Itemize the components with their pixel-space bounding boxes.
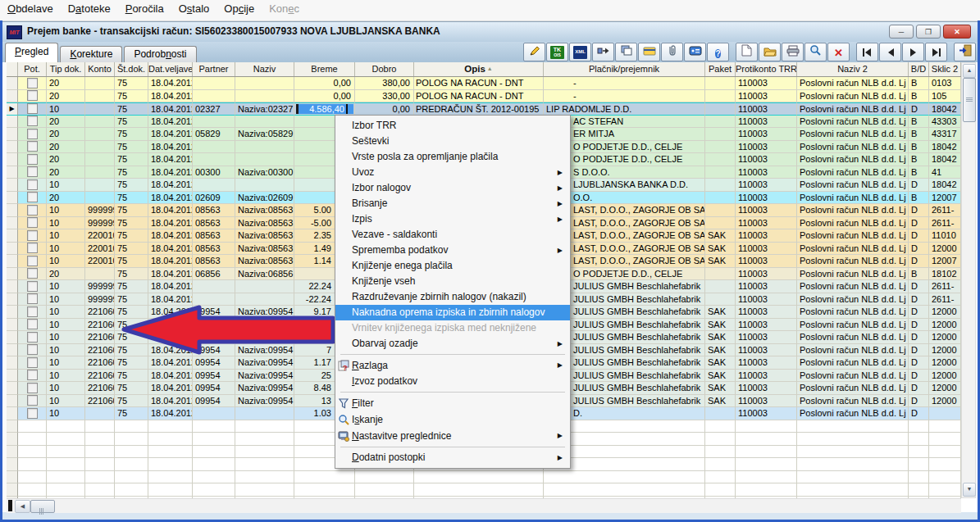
cell-bd[interactable]: D bbox=[909, 204, 929, 217]
cell-paket[interactable] bbox=[705, 102, 736, 116]
cell-opis[interactable]: POLOG NA RACUN - DNT bbox=[414, 90, 544, 103]
cell-partner[interactable]: 09954 bbox=[193, 370, 235, 383]
cell-naziv2[interactable]: Poslovni račun NLB d.d. Lj bbox=[797, 116, 909, 129]
table-row[interactable]: 207518.04.20120,00380,00POLOG NA RACUN -… bbox=[7, 77, 961, 90]
menu-datoteke[interactable]: Datoteke bbox=[61, 0, 118, 15]
row-checkbox[interactable] bbox=[27, 395, 38, 406]
scroll-up-icon[interactable]: ▲ bbox=[963, 64, 976, 78]
cell-pot[interactable] bbox=[18, 319, 47, 332]
cell-tip[interactable]: 20 bbox=[47, 166, 85, 179]
cell-partner[interactable]: 02327 bbox=[193, 102, 235, 116]
transfer-button[interactable] bbox=[592, 43, 614, 61]
cell-bd[interactable]: D bbox=[909, 243, 929, 256]
menu-item-knji-enje-enega-pla-ila[interactable]: Knjiženje enega plačila bbox=[335, 258, 570, 274]
cell-proti[interactable]: 110003 bbox=[736, 280, 797, 293]
cell-paket[interactable] bbox=[705, 77, 736, 90]
cell-proti[interactable]: 110003 bbox=[736, 166, 797, 179]
cell-tip[interactable]: 10 bbox=[47, 293, 85, 306]
cell-stdok[interactable]: 75 bbox=[115, 166, 148, 179]
cell-tip[interactable]: 10 bbox=[47, 255, 85, 268]
cell-konto[interactable] bbox=[85, 179, 115, 192]
cell-bd[interactable]: D bbox=[909, 344, 929, 357]
cell-partner[interactable] bbox=[193, 280, 235, 293]
cell-pot[interactable] bbox=[18, 382, 47, 395]
cell-stdok[interactable]: 75 bbox=[115, 102, 148, 116]
column-header-tip[interactable]: Tip dok. bbox=[47, 62, 85, 76]
cell-konto[interactable]: 220010 bbox=[85, 229, 115, 243]
cell-date[interactable]: 18.04.2012 bbox=[148, 370, 193, 383]
cell-tip[interactable]: 10 bbox=[47, 280, 85, 293]
cell-konto[interactable] bbox=[85, 407, 115, 420]
cell-naziv[interactable] bbox=[235, 77, 294, 90]
cell-bd[interactable]: B bbox=[909, 166, 929, 179]
column-header-placnik[interactable]: Plačnik/prejemnik bbox=[544, 62, 705, 76]
cell-paket[interactable] bbox=[705, 268, 736, 281]
cell-naziv2[interactable]: Poslovni račun NLB d.d. Lj bbox=[797, 280, 909, 293]
row-checkbox[interactable] bbox=[27, 192, 38, 202]
cell-date[interactable]: 18.04.2012 bbox=[148, 204, 193, 217]
cell-gutter[interactable] bbox=[7, 370, 18, 383]
menu-opcije[interactable]: Opcije bbox=[217, 0, 262, 15]
row-checkbox[interactable] bbox=[27, 78, 38, 89]
row-checkbox[interactable] bbox=[27, 205, 38, 216]
cell-paket[interactable] bbox=[705, 128, 736, 141]
cell-konto[interactable] bbox=[85, 128, 115, 141]
scroll-down-icon[interactable]: ▼ bbox=[963, 483, 976, 497]
attachment-button[interactable] bbox=[661, 43, 683, 61]
cell-date[interactable]: 18.04.2012 bbox=[148, 153, 193, 166]
cell-paket[interactable] bbox=[705, 407, 736, 420]
cell-gutter[interactable] bbox=[7, 268, 18, 281]
column-header-pot[interactable]: Pot. bbox=[18, 62, 47, 76]
cell-partner[interactable]: 08563 bbox=[193, 243, 235, 256]
cell-naziv2[interactable]: Poslovni račun NLB d.d. Lj bbox=[797, 90, 909, 103]
cell-bd[interactable]: B bbox=[909, 77, 929, 90]
cell-paket[interactable] bbox=[705, 280, 736, 293]
cell-pot[interactable] bbox=[18, 204, 47, 217]
cell-naziv2[interactable]: Poslovni račun NLB d.d. Lj bbox=[797, 370, 909, 383]
cell-konto[interactable]: 220010 bbox=[85, 255, 115, 268]
row-checkbox[interactable] bbox=[27, 243, 38, 253]
cell-tip[interactable]: 10 bbox=[47, 319, 85, 332]
cell-paket[interactable] bbox=[705, 153, 736, 166]
row-checkbox[interactable] bbox=[27, 154, 38, 165]
cell-date[interactable]: 18.04.2012 bbox=[148, 407, 193, 420]
cell-konto[interactable]: 221060 bbox=[85, 331, 115, 344]
cell-pot[interactable] bbox=[18, 90, 47, 103]
cell-partner[interactable] bbox=[193, 153, 235, 166]
menu-item-izpis[interactable]: Izpis▶ bbox=[335, 211, 570, 227]
column-header-gutter[interactable] bbox=[7, 62, 18, 76]
cell-gutter[interactable] bbox=[7, 293, 18, 306]
cell-paket[interactable]: SAK bbox=[705, 370, 736, 383]
cell-gutter[interactable] bbox=[7, 166, 18, 179]
nav-prev-button[interactable] bbox=[879, 43, 901, 61]
cell-pot[interactable] bbox=[18, 116, 47, 129]
cell-proti[interactable]: 110003 bbox=[736, 344, 797, 357]
cell-konto[interactable]: 999999 bbox=[85, 204, 115, 217]
cell-naziv[interactable]: Naziva:05829 bbox=[235, 128, 294, 141]
payment-card-button[interactable] bbox=[638, 43, 660, 61]
cell-paket[interactable] bbox=[705, 141, 736, 154]
cell-bd[interactable]: D bbox=[909, 255, 929, 268]
nav-first-button[interactable] bbox=[856, 43, 878, 61]
exit-button[interactable] bbox=[954, 43, 976, 61]
cell-bd[interactable]: B bbox=[909, 128, 929, 141]
cell-gutter[interactable] bbox=[7, 395, 18, 408]
cell-sklic[interactable]: 43303 bbox=[929, 116, 961, 129]
cell-partner[interactable]: 08563 bbox=[193, 229, 235, 243]
cell-sklic[interactable]: 2611- bbox=[929, 217, 961, 230]
row-checkbox[interactable] bbox=[27, 281, 38, 292]
cell-partner[interactable] bbox=[193, 116, 235, 129]
cell-sklic[interactable]: 12000 bbox=[929, 395, 961, 408]
cell-paket[interactable] bbox=[705, 179, 736, 192]
cell-paket[interactable]: SAK bbox=[705, 331, 736, 344]
cell-paket[interactable] bbox=[705, 293, 736, 306]
row-checkbox[interactable] bbox=[27, 179, 38, 190]
cell-konto[interactable]: 221060 bbox=[85, 382, 115, 395]
cell-naziv2[interactable]: Poslovni račun NLB d.d. Lj bbox=[797, 179, 909, 192]
cell-pot[interactable] bbox=[18, 192, 47, 205]
column-header-bd[interactable]: B/D bbox=[909, 62, 929, 76]
cell-tip[interactable]: 20 bbox=[47, 77, 85, 90]
cell-pot[interactable] bbox=[18, 356, 47, 370]
cell-partner[interactable] bbox=[193, 90, 235, 103]
print-button[interactable] bbox=[782, 43, 804, 61]
